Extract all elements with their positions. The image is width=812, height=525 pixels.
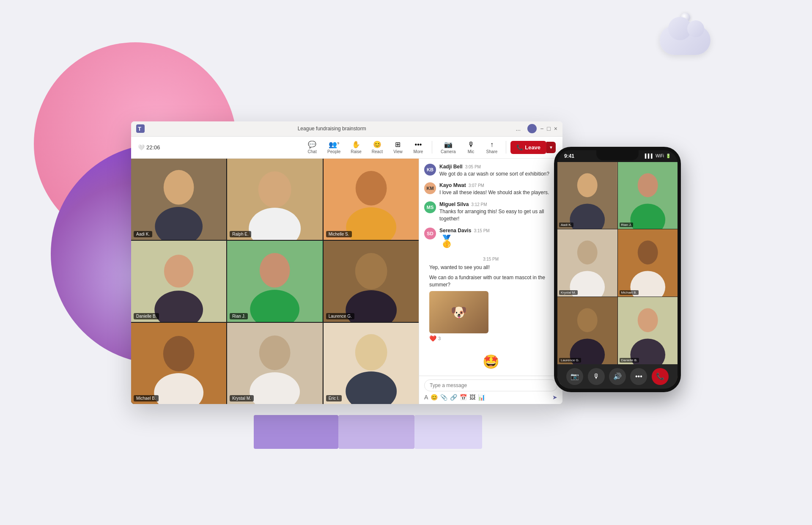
chat-text-2: I love all these ideas! We should ask th… [439,189,557,196]
emoji-reaction-msg: 🤩 [424,350,557,373]
leave-button-wrapper: 📞 Leave ▼ [510,141,556,154]
window-controls: ... − □ × [516,124,557,133]
chat-self-text-1: Yep, wanted to see you all! [429,264,552,271]
chat-input-area: A 😊 📎 🔗 📅 🖼 📊 ➤ [419,376,562,404]
main-container: T League fundraising brainstorm ... − □ … [131,121,681,404]
react-btn[interactable]: 😊 React [368,139,387,156]
chat-time-2: 3:07 PM [469,183,484,188]
svg-text:T: T [138,126,141,132]
svg-point-39 [637,241,658,265]
share-btn[interactable]: ↑ Share [482,139,502,156]
phone-cell-aadi: Aadi K. [557,162,617,229]
battery-icon: 🔋 [666,154,671,158]
teams-logo: T [136,124,145,133]
chat-time-serena: 3:15 PM [474,228,489,233]
call-timer: 🤍 22:06 [138,144,160,151]
more-btn[interactable]: ••• More [409,139,428,156]
chat-message-2: KM Kayo Mwat 3:07 PM I love all these id… [424,182,557,196]
phone-name-krystal: Krystal M. [559,290,578,295]
phone-cell-danielle: Danielle B. [618,297,678,364]
schedule-icon[interactable]: 📅 [460,394,467,401]
svg-point-15 [260,253,290,287]
video-name-rian: Rian J. [230,313,248,319]
phone-content: Aadi K. Rian J. Krys [557,162,678,389]
chat-text-1: We got do a car wash or some sort of exh… [439,170,557,178]
video-grid: Aadi K. Ralph E. [131,159,419,404]
video-cell-rian: Rian J. [227,241,322,322]
phone-name-laurence: Laurence G. [559,358,581,363]
reaction-bar: ❤️ 3 [429,335,552,342]
emoji-icon[interactable]: 😊 [431,394,438,401]
phone-speaker-btn[interactable]: 🔊 [609,368,626,385]
format-icon[interactable]: A [424,394,428,401]
svg-point-42 [577,308,598,332]
maximize-btn[interactable]: □ [547,125,550,132]
bg-rect-lavender [338,415,414,449]
phone-camera-btn[interactable]: 📷 [566,368,583,385]
phone-name-rian: Rian J. [620,223,634,227]
phone-controls: 📷 🎙 🔊 ••• 📞 [557,364,678,389]
phone-cell-michael: Michael B. [618,229,678,297]
chat-message-serena: SD Serena Davis 3:15 PM 🥇 [424,228,557,248]
chat-sender-kayo: Kayo Mwat [439,182,466,188]
video-cell-michael: Michael B. [131,323,226,404]
chat-time-3: 3:12 PM [471,202,487,207]
camera-btn[interactable]: 📷 Camera [436,139,460,156]
svg-point-33 [637,173,658,197]
media-icon[interactable]: 🖼 [469,394,475,401]
video-name-danielle: Danielle B. [134,313,159,319]
send-icon[interactable]: ➤ [552,394,557,401]
video-name-krystal: Krystal M. [230,395,253,401]
view-btn[interactable]: ⊞ View [389,139,407,156]
chat-avatar-miguel: MS [424,201,436,213]
medal-emoji: 🥇 [439,234,557,248]
raise-btn[interactable]: ✋ Raise [346,139,366,156]
chat-text-3: Thanks for arranging this! So easy to ge… [439,208,557,223]
video-name-eric: Eric I. [326,395,342,401]
phone-more-btn[interactable]: ••• [630,368,647,385]
phone-cell-krystal: Krystal M. [557,229,617,297]
svg-point-21 [163,335,195,371]
phone-mic-btn[interactable]: 🎙 [588,368,605,385]
chat-input[interactable] [424,379,557,391]
video-cell-michelle: Michelle S. [324,159,419,240]
bg-rect-purple [254,415,338,449]
chat-self-messages: 3:15 PM Yep, wanted to see you all! We c… [424,253,557,345]
chat-avatar-kayo: KM [424,182,436,194]
svg-point-30 [577,173,598,197]
phone-end-call-btn[interactable]: 📞 [652,368,669,385]
chart-icon[interactable]: 📊 [478,394,485,401]
chat-self-text-2: We can do a fundraiser with our team mas… [429,274,552,289]
phone-name-aadi: Aadi K. [559,223,573,227]
close-btn[interactable]: × [554,125,557,132]
link-icon[interactable]: 🔗 [450,394,457,401]
phone-video-grid: Aadi K. Rian J. Krys [557,162,678,364]
video-name-aadi: Aadi K. [134,231,152,237]
leave-btn[interactable]: 📞 Leave [510,141,546,154]
video-cell-eric: Eric I. [324,323,419,404]
bg-rect-light [414,415,482,449]
minimize-btn[interactable]: − [540,125,543,132]
chat-self-time: 3:15 PM [429,257,552,261]
mic-btn[interactable]: 🎙 Mic [462,139,480,156]
wifi-icon: WiFi [656,154,664,158]
attach-icon[interactable]: 📎 [440,394,447,401]
heart-reaction: ❤️ [429,335,436,342]
svg-point-9 [355,170,387,205]
svg-point-6 [258,171,291,207]
dog-image: 🐶 [429,291,488,333]
user-avatar [527,124,537,133]
phone-name-danielle: Danielle B. [620,358,639,363]
phone-status-bar: 9:41 ▌▌▌ WiFi 🔋 [557,150,678,162]
reaction-count: 3 [438,336,441,341]
more-options-icon[interactable]: ... [516,125,521,132]
video-cell-ralph: Ralph E. [227,159,322,240]
leave-dropdown-btn[interactable]: ▼ [546,142,556,153]
chat-btn[interactable]: 💬 Chat [303,139,321,156]
mobile-phone: 9:41 ▌▌▌ WiFi 🔋 Aadi K. [554,147,681,392]
svg-point-12 [164,255,194,288]
people-btn[interactable]: 👥9 People [323,139,345,156]
chat-panel: KB Kadji Bell 3:05 PM We got do a car wa… [419,159,562,404]
toolbar: 🤍 22:06 💬 Chat 👥9 People ✋ Raise 😊 React [131,137,562,159]
chat-sender-kadji: Kadji Bell [439,164,463,170]
